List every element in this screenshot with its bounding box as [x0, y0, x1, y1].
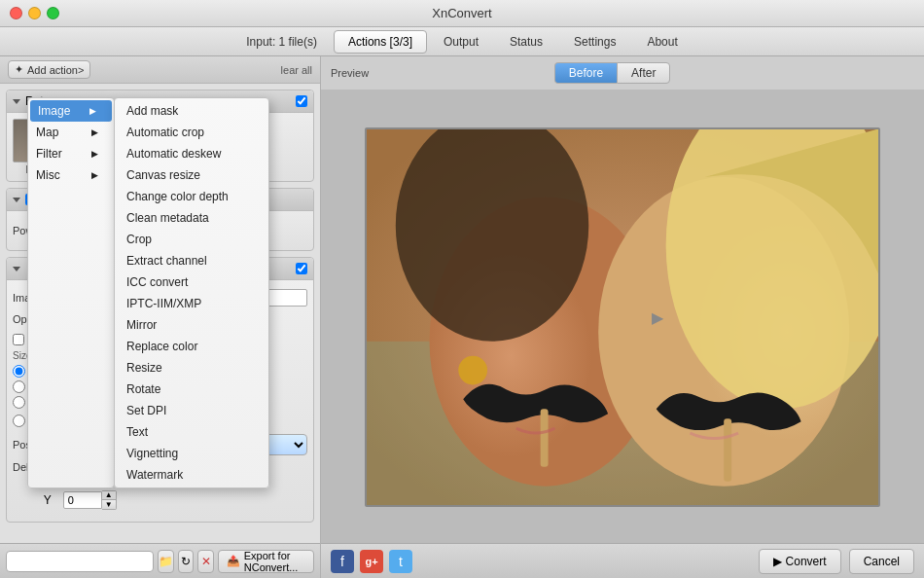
convert-button[interactable]: ▶ Convert	[759, 549, 841, 574]
tab-status[interactable]: Status	[495, 30, 557, 54]
minimize-button[interactable]	[28, 7, 41, 19]
facebook-icon: f	[340, 554, 344, 569]
export-button[interactable]: 📤 Export for NConvert...	[218, 550, 314, 573]
add-action-label: Add action>	[27, 64, 84, 76]
submenu-canvas-resize[interactable]: Canvas resize	[115, 164, 268, 186]
social-icons: f g+ t	[331, 550, 412, 573]
cancel-label: Cancel	[864, 555, 900, 568]
folder-button[interactable]: 📁	[158, 550, 174, 573]
window-controls	[10, 7, 59, 19]
googleplus-icon: g+	[365, 556, 377, 567]
export-icon: 📤	[227, 555, 240, 567]
tab-input[interactable]: Input: 1 file(s)	[231, 30, 332, 54]
submenu-auto-deskew[interactable]: Automatic deskew	[115, 143, 268, 164]
twitter-icon: t	[399, 554, 403, 569]
submenu-clean-metadata[interactable]: Clean metadata	[115, 207, 268, 229]
submenu-vignetting[interactable]: Vignetting	[115, 443, 268, 464]
export-label: Export for NConvert...	[244, 550, 305, 573]
submenu-resize[interactable]: Resize	[115, 357, 268, 379]
close-button[interactable]	[10, 7, 22, 19]
refresh-button[interactable]: ↻	[178, 550, 194, 573]
left-panel-bottom-bar: 📁 ↻ ✕ 📤 Export for NConvert...	[0, 543, 320, 578]
y-input[interactable]: 0	[63, 491, 102, 509]
svg-rect-6	[541, 409, 549, 467]
left-panel: ✦ Add action> lear all Retro	[0, 56, 321, 578]
titlebar: XnConvert	[0, 0, 924, 27]
watermark-checkbox[interactable]	[296, 263, 307, 274]
submenu-auto-crop[interactable]: Automatic crop	[115, 122, 268, 143]
maximize-button[interactable]	[47, 7, 59, 19]
submenu-change-color[interactable]: Change color depth	[115, 186, 268, 207]
tab-about[interactable]: About	[632, 30, 692, 54]
tab-actions[interactable]: Actions [3/3]	[334, 30, 427, 54]
preview-image	[367, 129, 878, 505]
submenu-watermark[interactable]: Watermark	[115, 464, 268, 486]
menu-item-filter[interactable]: Filter ▶	[28, 143, 114, 164]
googleplus-button[interactable]: g+	[360, 550, 383, 573]
menu-item-map[interactable]: Map ▶	[28, 122, 114, 143]
normal-radio[interactable]	[13, 365, 25, 378]
mustache-container	[367, 129, 878, 505]
main-layout: ✦ Add action> lear all Retro	[0, 56, 924, 578]
twitter-button[interactable]: t	[389, 550, 412, 573]
menu-item-misc[interactable]: Misc ▶	[28, 164, 114, 186]
facebook-button[interactable]: f	[331, 550, 354, 573]
cancel-button[interactable]: Cancel	[849, 549, 914, 574]
after-button[interactable]: After	[617, 62, 670, 84]
menu-item-map-label: Map	[36, 126, 58, 139]
mustache-svg	[367, 127, 878, 507]
stretch-radio[interactable]	[13, 396, 25, 409]
submenu-replace-color[interactable]: Replace color	[115, 336, 268, 357]
action-buttons: ▶ Convert Cancel	[759, 549, 914, 574]
svg-rect-7	[724, 418, 731, 482]
convert-icon: ▶	[773, 555, 782, 568]
add-icon: ✦	[15, 63, 23, 76]
search-input[interactable]	[6, 551, 154, 572]
menu-item-image-label: Image	[38, 104, 70, 118]
y-increment[interactable]: ▲	[102, 491, 116, 500]
preview-top: Preview Before After	[321, 56, 924, 90]
image-frame	[365, 127, 880, 507]
submenu-text[interactable]: Text	[115, 421, 268, 443]
submenu-mirror[interactable]: Mirror	[115, 314, 268, 336]
y-decrement[interactable]: ▼	[102, 500, 116, 509]
nav-tabs: Input: 1 file(s) Actions [3/3] Output St…	[0, 27, 924, 56]
window-title: XnConvert	[432, 6, 491, 20]
retro-checkbox[interactable]	[296, 95, 307, 107]
image-submenu: Add mask Automatic crop Automatic deskew…	[114, 97, 269, 488]
submenu-extract-channel[interactable]: Extract channel	[115, 250, 268, 271]
delete-icon: ✕	[201, 555, 211, 568]
submenu-iptc[interactable]: IPTC-IIM/XMP	[115, 293, 268, 314]
vignette-toggle[interactable]	[13, 198, 20, 202]
submenu-crop[interactable]: Crop	[115, 229, 268, 250]
submenu-icc-convert[interactable]: ICC convert	[115, 271, 268, 293]
map-submenu-arrow: ▶	[91, 127, 98, 137]
menu-item-filter-label: Filter	[36, 147, 62, 161]
right-panel: Preview Before After	[321, 56, 924, 578]
percentage-radio[interactable]	[13, 415, 25, 427]
submenu-set-dpi[interactable]: Set DPI	[115, 400, 268, 421]
before-button[interactable]: Before	[554, 62, 617, 84]
global-footer: f g+ t ▶ Convert Cancel	[321, 543, 924, 578]
clear-all-button[interactable]: lear all	[281, 64, 312, 76]
tab-settings[interactable]: Settings	[559, 30, 630, 54]
alpha-checkbox[interactable]	[13, 334, 24, 345]
retro-toggle[interactable]	[13, 99, 20, 104]
submenu-rotate[interactable]: Rotate	[115, 379, 268, 400]
folder-icon: 📁	[159, 555, 173, 568]
add-action-button[interactable]: ✦ Add action>	[8, 60, 90, 79]
y-stepper[interactable]: 0 ▲ ▼	[63, 490, 117, 510]
convert-label: Convert	[786, 555, 827, 568]
preview-area: ▶	[321, 90, 924, 543]
misc-submenu-arrow: ▶	[91, 170, 98, 180]
submenu-add-mask[interactable]: Add mask	[115, 100, 268, 122]
preview-header: Preview	[331, 67, 369, 79]
y-label: Y	[44, 493, 57, 507]
menu-item-image[interactable]: Image ▶	[30, 100, 112, 122]
tab-output[interactable]: Output	[429, 30, 493, 54]
delete-button[interactable]: ✕	[197, 550, 213, 573]
menu-item-misc-label: Misc	[36, 168, 60, 182]
repeat-radio[interactable]	[13, 380, 25, 393]
dropdown-container: Image ▶ Map ▶ Filter ▶ Misc ▶	[27, 97, 269, 488]
watermark-toggle[interactable]	[13, 267, 20, 271]
